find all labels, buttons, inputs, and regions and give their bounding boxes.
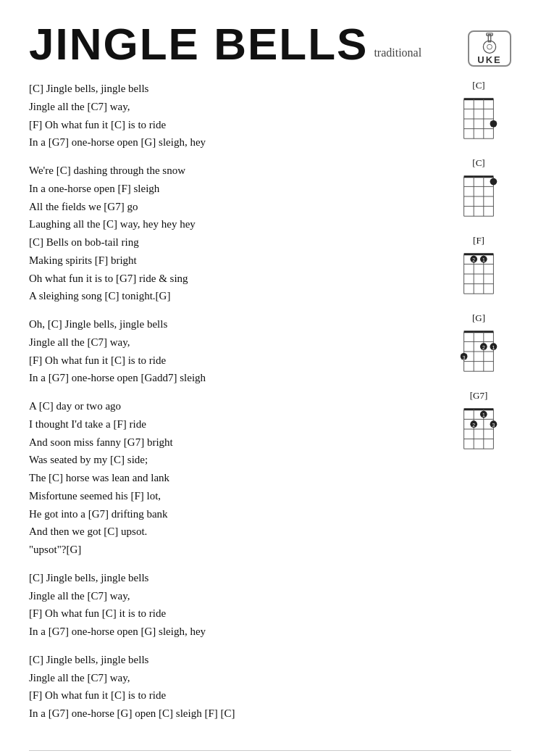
lyric-line: A [C] day or two ago xyxy=(29,397,439,415)
chord-grid xyxy=(457,171,500,222)
logo-text: UKE xyxy=(477,54,501,65)
svg-text:1: 1 xyxy=(492,345,495,350)
lyric-line: Jingle all the [C7] way, xyxy=(29,669,439,687)
lyric-line: And then we got [C] upsot. xyxy=(29,523,439,541)
chord-diagram: [C] xyxy=(446,80,511,144)
main-title: JINGLE BELLS xyxy=(29,22,368,67)
lyric-line: Oh what fun it is to [G7] ride & sing xyxy=(29,270,439,288)
lyric-line: In a one-horse open [F] sleigh xyxy=(29,180,439,198)
svg-text:1: 1 xyxy=(482,257,485,262)
lyric-line: Oh, [C] Jingle bells, jingle bells xyxy=(29,315,439,333)
uke-logo: UKE xyxy=(468,30,511,67)
chord-grid: 12 xyxy=(457,249,500,299)
chord-grid xyxy=(457,94,500,144)
lyric-line: [C] Jingle bells, jingle bells xyxy=(29,651,439,669)
content-area: [C] Jingle bells, jingle bellsJingle all… xyxy=(29,80,511,733)
svg-point-0 xyxy=(483,41,495,53)
lyric-line: "upsot"?[G] xyxy=(29,541,439,559)
lyric-line: Jingle all the [C7] way, xyxy=(29,98,439,116)
lyric-paragraph: We're [C] dashing through the snowIn a o… xyxy=(29,162,439,305)
chord-name: [G7] xyxy=(470,390,488,402)
svg-text:2: 2 xyxy=(482,345,485,350)
lyric-line: In a [G7] one-horse open [G] sleigh, hey xyxy=(29,623,439,641)
lyric-line: [F] Oh what fun [C] it is to ride xyxy=(29,605,439,623)
page: JINGLE BELLS traditional UKE [C] Jingle … xyxy=(0,0,533,756)
subtitle: traditional xyxy=(374,46,421,59)
header: JINGLE BELLS traditional UKE xyxy=(29,22,511,67)
chord-name: [C] xyxy=(472,80,484,91)
lyric-line: Was seated by my [C] side; xyxy=(29,451,439,469)
lyric-paragraph: [C] Jingle bells, jingle bellsJingle all… xyxy=(29,80,439,151)
chords-sidebar: [C][C][F]12[G]123[G7]123 xyxy=(446,80,511,733)
lyric-line: [F] Oh what fun it [C] is to ride xyxy=(29,686,439,705)
lyric-line: And soon miss fanny [G7] bright xyxy=(29,433,439,452)
footer: more titles available at ukuleleclub.org xyxy=(29,750,511,756)
lyric-line: We're [C] dashing through the snow xyxy=(29,162,439,180)
lyric-line: In a [G7] one-horse [G] open [C] sleigh … xyxy=(29,705,439,723)
svg-point-1 xyxy=(487,44,492,49)
svg-text:2: 2 xyxy=(472,257,475,262)
lyric-line: Jingle all the [C7] way, xyxy=(29,587,439,605)
chord-grid: 123 xyxy=(457,326,500,377)
lyric-line: The [C] horse was lean and lank xyxy=(29,469,439,487)
lyric-line: A sleighing song [C] tonight.[G] xyxy=(29,287,439,305)
svg-text:3: 3 xyxy=(492,423,495,428)
chord-diagram: [G7]123 xyxy=(446,390,511,454)
uke-icon xyxy=(475,32,504,54)
lyric-line: [C] Jingle bells, jingle bells xyxy=(29,80,439,98)
svg-point-26 xyxy=(490,178,498,186)
lyric-line: [F] Oh what fun it [C] is to ride xyxy=(29,116,439,134)
svg-text:1: 1 xyxy=(482,412,485,418)
chord-diagram: [F]12 xyxy=(446,235,511,299)
lyric-line: [C] Jingle bells, jingle bells xyxy=(29,569,439,587)
chord-name: [F] xyxy=(473,235,484,246)
lyric-paragraph: Oh, [C] Jingle bells, jingle bellsJingle… xyxy=(29,315,439,387)
lyric-line: [C] Bells on bob-tail ring xyxy=(29,233,439,252)
lyric-paragraph: [C] Jingle bells, jingle bellsJingle all… xyxy=(29,569,439,641)
lyric-paragraph: [C] Jingle bells, jingle bellsJingle all… xyxy=(29,651,439,723)
lyric-line: All the fields we [G7] go xyxy=(29,198,439,216)
lyric-line: [F] Oh what fun it [C] is to ride xyxy=(29,352,439,370)
lyric-line: Misfortune seemed his [F] lot, xyxy=(29,487,439,505)
title-area: JINGLE BELLS traditional xyxy=(29,22,421,67)
lyric-line: Laughing all the [C] way, hey hey hey xyxy=(29,215,439,233)
chord-diagram: [G]123 xyxy=(446,312,511,377)
chord-name: [G] xyxy=(472,312,485,324)
lyric-line: Jingle all the [C7] way, xyxy=(29,333,439,352)
lyrics-area: [C] Jingle bells, jingle bellsJingle all… xyxy=(29,80,439,733)
svg-text:3: 3 xyxy=(463,355,466,360)
chord-diagram: [C] xyxy=(446,157,511,222)
lyric-line: He got into a [G7] drifting bank xyxy=(29,505,439,523)
lyric-line: Making spirits [F] bright xyxy=(29,252,439,270)
chord-name: [C] xyxy=(472,157,484,169)
lyric-paragraph: A [C] day or two agoI thought I'd take a… xyxy=(29,397,439,559)
svg-text:2: 2 xyxy=(472,423,475,428)
svg-point-16 xyxy=(490,120,498,128)
lyric-line: In a [G7] one-horse open [G] sleigh, hey xyxy=(29,133,439,151)
lyric-line: In a [G7] one-horse open [Gadd7] sleigh xyxy=(29,369,439,387)
lyric-line: I thought I'd take a [F] ride xyxy=(29,415,439,433)
chord-grid: 123 xyxy=(457,404,500,454)
